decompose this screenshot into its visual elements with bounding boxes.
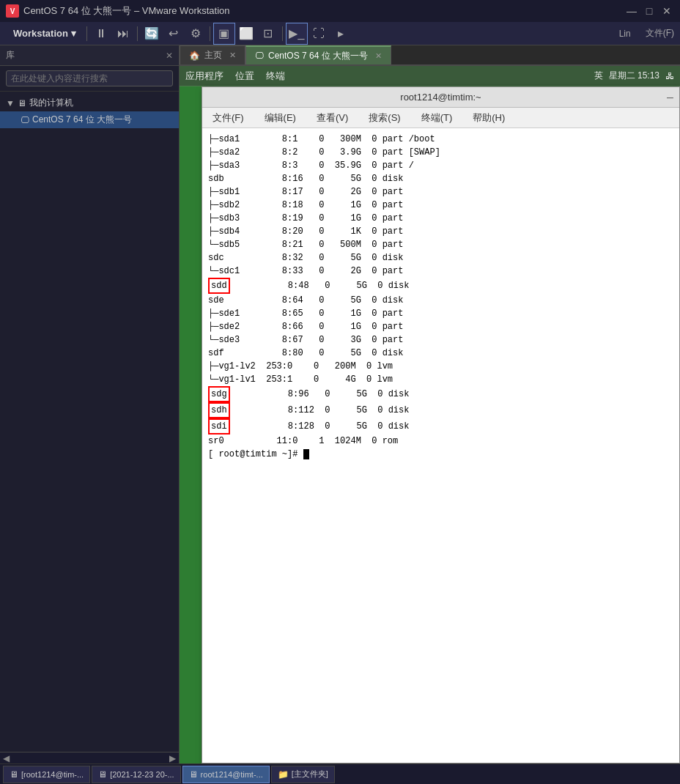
- view-button3[interactable]: ⊡: [257, 23, 279, 45]
- vm-label: CentOS 7 64 位 大熊一号: [32, 114, 132, 126]
- terminal-body[interactable]: ├─sda1 8:1 0 300M 0 part /boot├─sda2 8:2…: [202, 128, 679, 763]
- terminal-line: sdg 8:96 0 5G 0 disk: [208, 386, 673, 402]
- terminal-line: └─sdb5 8:21 0 500M 0 part: [208, 238, 673, 251]
- toolbar-separator: [86, 26, 87, 41]
- search-input[interactable]: [6, 70, 173, 86]
- vm-terminal-menu[interactable]: 终端: [266, 70, 285, 83]
- terminal-line: ├─sda2 8:2 0 3.9G 0 part [SWAP]: [208, 146, 673, 159]
- sidebar-header: 库 ✕: [0, 45, 179, 66]
- tab-home-label: 主页: [204, 49, 222, 62]
- terminal-line: ├─sde1 8:65 0 1G 0 part: [208, 307, 673, 320]
- terminal-line: sdd 8:48 0 5G 0 disk: [208, 278, 673, 294]
- vm-tab-icon: 🖵: [255, 51, 264, 61]
- tab-home[interactable]: 🏠 主页 ✕: [180, 45, 245, 64]
- snapshot-button[interactable]: 🔄: [141, 23, 163, 45]
- terminal-line: sdc 8:32 0 5G 0 disk: [208, 251, 673, 265]
- terminal-close-btn[interactable]: –: [667, 91, 673, 104]
- terminal-line: └─vg1-lv1 253:1 0 4G 0 lvm: [208, 373, 673, 386]
- terminal-line: ├─sdb3 8:19 0 1G 0 part: [208, 212, 673, 225]
- terminal-line: ├─sda3 8:3 0 35.9G 0 part /: [208, 159, 673, 172]
- tree-item-mycomputer[interactable]: ▼ 🖥 我的计算机: [0, 95, 179, 111]
- vm-lang: 英: [594, 70, 603, 82]
- vm-datetime: 星期二 15:13: [609, 70, 659, 82]
- terminal-line: sde 8:64 0 5G 0 disk: [208, 294, 673, 307]
- taskbar-item-icon: 🖥: [189, 769, 198, 780]
- sidebar-search-container: [0, 66, 179, 92]
- terminal-line: ├─vg1-lv2 253:0 0 200M 0 lvm: [208, 360, 673, 373]
- taskbar-item[interactable]: 📁[主文件夹]: [271, 766, 335, 783]
- terminal-window: root1214@timtim:~ – 文件(F) 编辑(E) 查看(V) 搜索…: [202, 86, 680, 763]
- term-terminal-menu[interactable]: 终端(T): [417, 110, 457, 126]
- taskbar-item[interactable]: 🖥[2021-12-23 20-...: [92, 766, 180, 783]
- terminal-line: ├─sde2 8:66 0 1G 0 part: [208, 320, 673, 333]
- title-bar-title: CentOS 7 64 位 大熊一号 – VMware Workstation: [23, 4, 230, 18]
- toolbar-separator2: [137, 26, 138, 41]
- fullscreen-button[interactable]: ⛶: [308, 23, 330, 45]
- terminal-line: ├─sdb2 8:18 0 1G 0 part: [208, 199, 673, 212]
- title-bar-left: V CentOS 7 64 位 大熊一号 – VMware Workstatio…: [6, 4, 230, 18]
- taskbar-item-icon: 🖥: [98, 769, 107, 780]
- tree-item-vm[interactable]: 🖵 CentOS 7 64 位 大熊一号: [0, 111, 179, 128]
- terminal-line: [ root@timtim ~]#: [208, 448, 673, 461]
- sidebar: 库 ✕ ▼ 🖥 我的计算机 🖵 CentOS 7 64 位 大熊一号 ◀ ▶: [0, 45, 180, 763]
- scroll-left-btn[interactable]: ◀: [3, 753, 10, 763]
- view-button1[interactable]: ▣: [213, 23, 235, 45]
- tab-vm-label: CentOS 7 64 位 大熊一号: [268, 50, 368, 62]
- sidebar-title: 库: [6, 49, 15, 62]
- terminal-menubar: 文件(F) 编辑(E) 查看(V) 搜索(S) 终端(T) 帮助(H): [202, 108, 679, 128]
- settings-button[interactable]: ⚙: [185, 23, 207, 45]
- terminal-line: ├─sda1 8:1 0 300M 0 part /boot: [208, 133, 673, 146]
- taskbar-item-label: root1214@timt-...: [201, 770, 263, 779]
- vm-apps-menu[interactable]: 应用程序: [185, 70, 223, 83]
- pause-button[interactable]: ⏸: [90, 23, 112, 45]
- tab-home-close[interactable]: ✕: [229, 51, 236, 60]
- term-edit-menu[interactable]: 编辑(E): [260, 110, 300, 126]
- network-icon: 🖧: [665, 71, 674, 81]
- terminal-line: sr0 11:0 1 1024M 0 rom: [208, 434, 673, 448]
- vm-menu-bar: 应用程序 位置 终端 英 星期二 15:13 🖧: [180, 66, 680, 86]
- tab-vm[interactable]: 🖵 CentOS 7 64 位 大熊一号 ✕: [245, 45, 391, 64]
- view-button2[interactable]: ⬜: [235, 23, 257, 45]
- close-button[interactable]: ✕: [659, 4, 674, 18]
- minimize-button[interactable]: —: [624, 4, 639, 18]
- workstation-menu[interactable]: Workstation ▾: [6, 25, 84, 42]
- terminal-line: sdf 8:80 0 5G 0 disk: [208, 347, 673, 360]
- mycomputer-label: 我的计算机: [29, 97, 73, 109]
- terminal-button[interactable]: ▶_: [286, 23, 308, 45]
- maximize-button[interactable]: □: [642, 4, 657, 18]
- sidebar-close-icon[interactable]: ✕: [166, 51, 173, 61]
- revert-button[interactable]: ↩: [163, 23, 185, 45]
- scroll-right-btn[interactable]: ▶: [169, 753, 176, 763]
- taskbar-item[interactable]: 🖥root1214@timt-...: [182, 766, 270, 783]
- sidebar-bottom-scroll: ◀ ▶: [0, 752, 179, 763]
- term-view-menu[interactable]: 查看(V): [312, 110, 352, 126]
- taskbar-item-label: [2021-12-23 20-...: [110, 770, 174, 779]
- file-menu[interactable]: 文件(F): [646, 27, 674, 40]
- taskbar-item-label: [root1214@tim-...: [21, 770, 84, 779]
- main-layout: 库 ✕ ▼ 🖥 我的计算机 🖵 CentOS 7 64 位 大熊一号 ◀ ▶: [0, 45, 680, 763]
- computer-icon: 🖥: [18, 98, 26, 108]
- vm-locations-menu[interactable]: 位置: [235, 70, 254, 83]
- terminal-titlebar: root1214@timtim:~ –: [202, 87, 679, 108]
- term-help-menu[interactable]: 帮助(H): [468, 110, 509, 126]
- toolbar-btn2[interactable]: ⏭: [112, 23, 134, 45]
- more-button[interactable]: ▸: [330, 23, 352, 45]
- title-bar-controls[interactable]: — □ ✕: [624, 4, 674, 18]
- vm-status-bar: 英 星期二 15:13 🖧: [594, 70, 674, 82]
- terminal-line: ├─sdb4 8:20 0 1K 0 part: [208, 225, 673, 238]
- expand-icon: ▼: [6, 98, 15, 108]
- tab-vm-close[interactable]: ✕: [375, 51, 382, 61]
- toolbar-separator3: [210, 26, 210, 41]
- term-search-menu[interactable]: 搜索(S): [364, 110, 404, 126]
- toolbar-separator4: [282, 26, 283, 41]
- tab-bar: 🏠 主页 ✕ 🖵 CentOS 7 64 位 大熊一号 ✕: [180, 45, 680, 66]
- taskbar-item[interactable]: 🖥[root1214@tim-...: [3, 766, 90, 783]
- terminal-title: root1214@timtim:~: [400, 92, 481, 103]
- term-file-menu[interactable]: 文件(F): [208, 110, 248, 126]
- title-bar: V CentOS 7 64 位 大熊一号 – VMware Workstatio…: [0, 0, 680, 22]
- taskbar: 🖥[root1214@tim-...🖥[2021-12-23 20-...🖥ro…: [0, 763, 680, 784]
- vm-desktop[interactable]: 📁 主文件夹 root1214@timtim:~ – 文件(F) 编辑(E) 查…: [180, 86, 680, 763]
- right-panel-text: Lin: [619, 29, 646, 39]
- taskbar-item-label: [主文件夹]: [292, 769, 328, 780]
- menu-bar: Workstation ▾ ⏸ ⏭ 🔄 ↩ ⚙ ▣ ⬜ ⊡ ▶_ ⛶ ▸ Lin…: [0, 22, 680, 45]
